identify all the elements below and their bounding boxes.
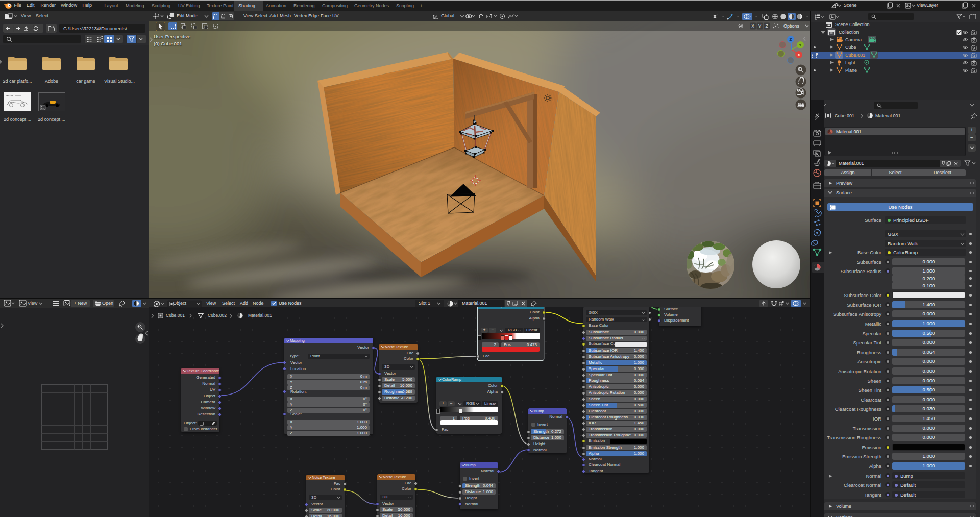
svg-text:Z: Z [766,23,768,29]
svg-text:Z: Z [790,37,792,42]
svg-text:Options: Options [783,23,800,29]
svg-text:Y: Y [758,23,762,29]
svg-text:X: X [797,53,800,57]
svg-text:Y: Y [799,43,802,47]
svg-text:X: X [751,23,754,29]
